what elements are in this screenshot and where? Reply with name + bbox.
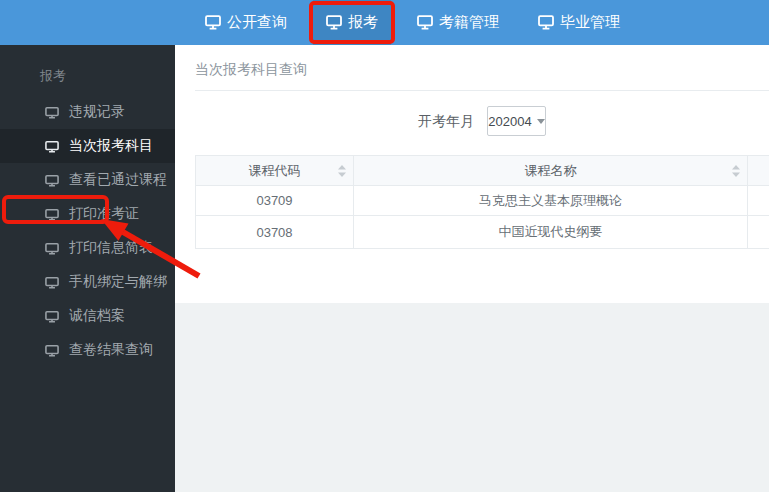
- sidebar-item-current-subjects[interactable]: 当次报考科目: [0, 129, 175, 163]
- sidebar-item-print-admission-ticket[interactable]: 打印准考证: [0, 197, 175, 231]
- sidebar-item-label: 查卷结果查询: [69, 341, 153, 359]
- sidebar-item-violation-records[interactable]: 违规记录: [0, 95, 175, 129]
- page-title: 当次报考科目查询: [195, 61, 307, 79]
- exam-month-label: 开考年月: [418, 113, 474, 131]
- cutoff-cell: [748, 186, 769, 216]
- monitor-icon: [45, 174, 59, 187]
- column-header-cutoff: [748, 156, 769, 186]
- sidebar-item-label: 手机绑定与解绑: [69, 273, 167, 291]
- sidebar-item-label: 查看已通过课程: [69, 171, 167, 189]
- monitor-icon: [417, 15, 433, 30]
- monitor-icon: [326, 15, 342, 30]
- sidebar-section-title: 报考: [40, 67, 175, 85]
- filter-row: 开考年月 202004: [175, 106, 769, 136]
- table-header-row: 课程代码 课程名称: [196, 156, 769, 186]
- sidebar-item-paper-check-results[interactable]: 查卷结果查询: [0, 333, 175, 367]
- sidebar-item-phone-binding[interactable]: 手机绑定与解绑: [0, 265, 175, 299]
- sidebar-item-label: 打印准考证: [69, 205, 139, 223]
- course-code-cell: 03709: [196, 186, 354, 216]
- sidebar-item-integrity-file[interactable]: 诚信档案: [0, 299, 175, 333]
- sidebar: 报考 违规记录 当次报考科目 查看已通过课程 打印准考证 打印信息简表: [0, 45, 175, 492]
- nav-item-exam-record-mgmt[interactable]: 考籍管理: [404, 0, 512, 45]
- table-row[interactable]: 03709 马克思主义基本原理概论: [196, 186, 769, 216]
- exam-month-value: 202004: [488, 114, 531, 129]
- exam-month-select[interactable]: 202004: [487, 106, 546, 136]
- caret-down-icon: [537, 119, 545, 124]
- sidebar-item-print-info-sheet[interactable]: 打印信息简表: [0, 231, 175, 265]
- nav-item-baokao[interactable]: 报考: [313, 0, 391, 45]
- course-name-cell: 中国近现代史纲要: [354, 216, 748, 249]
- top-navbar: 公开查询 报考 考籍管理 毕业管理: [0, 0, 769, 45]
- monitor-icon: [45, 276, 59, 289]
- nav-item-label: 报考: [348, 13, 378, 32]
- cutoff-cell: [748, 216, 769, 249]
- course-code-cell: 03708: [196, 216, 354, 249]
- sidebar-menu: 违规记录 当次报考科目 查看已通过课程 打印准考证 打印信息简表 手机绑定与解绑: [0, 95, 175, 367]
- nav-item-graduation-mgmt[interactable]: 毕业管理: [525, 0, 633, 45]
- nav-item-public-query[interactable]: 公开查询: [192, 0, 300, 45]
- nav-item-label: 考籍管理: [439, 13, 499, 32]
- sidebar-item-label: 打印信息简表: [69, 239, 153, 257]
- column-header-label: 课程代码: [249, 163, 301, 178]
- column-header-course-code[interactable]: 课程代码: [196, 156, 354, 186]
- nav-item-label: 毕业管理: [560, 13, 620, 32]
- sidebar-item-passed-courses[interactable]: 查看已通过课程: [0, 163, 175, 197]
- monitor-icon: [538, 15, 554, 30]
- app-window: 公开查询 报考 考籍管理 毕业管理 报考 违规记录: [0, 0, 769, 492]
- monitor-icon: [205, 15, 221, 30]
- monitor-icon: [45, 106, 59, 119]
- sort-icon[interactable]: [732, 165, 740, 177]
- nav-item-label: 公开查询: [227, 13, 287, 32]
- monitor-icon: [45, 310, 59, 323]
- column-header-label: 课程名称: [525, 163, 577, 178]
- title-divider: [195, 90, 769, 91]
- column-header-course-name[interactable]: 课程名称: [354, 156, 748, 186]
- monitor-icon: [45, 242, 59, 255]
- monitor-icon: [45, 140, 59, 153]
- monitor-icon: [45, 344, 59, 357]
- main-content: 当次报考科目查询 开考年月 202004 课程代码: [175, 45, 769, 492]
- table-row[interactable]: 03708 中国近现代史纲要: [196, 216, 769, 249]
- sidebar-item-label: 当次报考科目: [69, 137, 153, 155]
- course-table: 课程代码 课程名称 03709: [195, 155, 769, 249]
- sidebar-item-label: 违规记录: [69, 103, 125, 121]
- sidebar-item-label: 诚信档案: [69, 307, 125, 325]
- course-name-cell: 马克思主义基本原理概论: [354, 186, 748, 216]
- sort-icon[interactable]: [338, 165, 346, 177]
- content-background-area: [175, 303, 769, 492]
- monitor-icon: [45, 208, 59, 221]
